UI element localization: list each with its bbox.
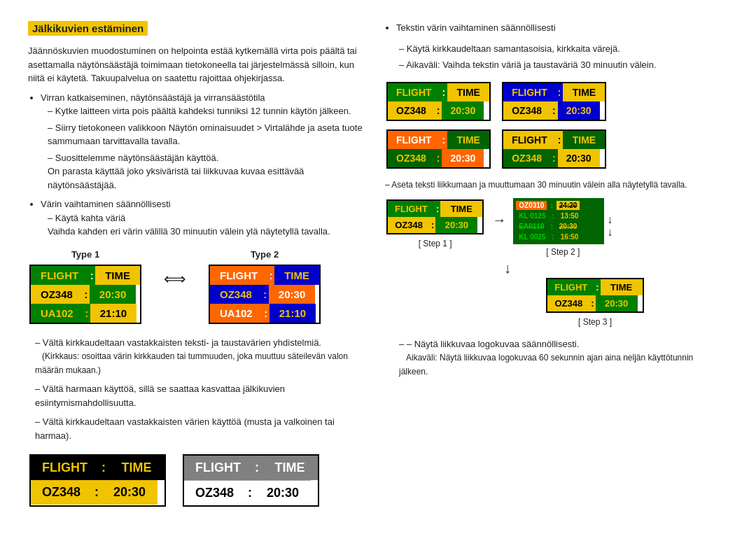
- type1-header-row: FLIGHT : TIME: [31, 266, 140, 285]
- r-b3-tv: 20:30: [442, 149, 484, 167]
- s2-r2-c: :: [550, 211, 555, 220]
- type2-board: FLIGHT : TIME OZ348 : 20:30 UA102 : 21:1…: [209, 265, 321, 324]
- r-b4-time: TIME: [563, 131, 605, 149]
- s2-r2-f: KL 0125: [516, 211, 548, 220]
- r-b1-colon: :: [440, 83, 448, 101]
- bg-row1-colon: :: [245, 480, 255, 505]
- bg-time-val: 20:30: [255, 480, 311, 505]
- s2-r4-f: KL 0025: [516, 232, 548, 241]
- step3-label: [ Step 3 ]: [578, 317, 612, 327]
- type2-label: Type 2: [251, 249, 279, 260]
- type1-board: FLIGHT : TIME OZ348 : 20:30 UA102 : 21:1…: [29, 265, 141, 324]
- list-item-color: Värin vaihtaminen säännöllisesti Käytä k…: [41, 197, 364, 239]
- bottom-boards: FLIGHT : TIME OZ348 : 20:30 FLIGHT : TIM…: [28, 453, 364, 508]
- r-b3-c2: :: [435, 149, 442, 167]
- avoid-list2: Vältä harmaan käyttöä, sillä se saattaa …: [35, 382, 364, 409]
- avoid1: Vältä kirkkaudeltaan vastakkaisten tekst…: [35, 336, 364, 377]
- sub1b: Siirry tietokoneen valikkoon Näytön omin…: [48, 121, 364, 148]
- avoid3: Vältä kirkkaudeltaan vastakkaisten värie…: [35, 415, 364, 442]
- step1-col: FLIGHT : TIME OZ348 : 20:30 [ Step 1 ]: [385, 198, 485, 248]
- t2-row2-colon: :: [262, 304, 270, 323]
- sub1a: Kytke laitteen virta pois päältä kahdeks…: [48, 104, 364, 118]
- bg-colon: :: [252, 456, 262, 480]
- list-item-power: Virran katkaiseminen, näytönsäästäjä ja …: [41, 91, 364, 192]
- s2-r2-t: 13:50: [558, 211, 582, 220]
- sub1c: Suosittelemme näytönsäästäjän käyttöä. O…: [48, 151, 364, 192]
- double-arrows: ↓ ↓: [607, 213, 612, 239]
- s2-r4-t: 16:50: [558, 232, 582, 241]
- bb-oz348: OZ348: [31, 480, 92, 505]
- r-b1-tv: 20:30: [442, 101, 484, 120]
- color-col2: FLIGHT : TIME OZ348 : 20:30 FLIGHT :: [500, 80, 608, 170]
- left-column: Jälkikuvien estäminen Jäännöskuvien muod…: [28, 21, 364, 508]
- s1-colon: :: [435, 201, 440, 217]
- type2-row1: OZ348 : 20:30: [210, 285, 319, 304]
- s2-r1-f: OZ0310: [516, 201, 547, 210]
- s1-time: TIME: [440, 201, 482, 217]
- step2-board: OZ0310 : 24:20 KL 0125 : 13:50 EA0110 :: [513, 198, 604, 244]
- types-section: Type 1 FLIGHT : TIME OZ348 : 20:30 UA102: [28, 249, 364, 325]
- s2-r1-t: 24:20: [556, 201, 580, 210]
- r-b1-oz: OZ348: [388, 101, 435, 120]
- board-yellow-green: FLIGHT : TIME OZ348 : 20:30: [502, 129, 606, 169]
- t2-row1-colon: :: [262, 285, 269, 304]
- r-b4-c2: :: [550, 149, 558, 167]
- r-b2-flight: FLIGHT: [503, 83, 556, 101]
- right-bullet1: Tekstin värin vaihtaminen säännöllisesti: [396, 21, 721, 35]
- bb-colon: :: [99, 456, 108, 480]
- arrow-right: →: [489, 212, 510, 228]
- right-sub-list: Käytä kirkkaudeltaan samantasoisia, kirk…: [399, 42, 721, 72]
- steps-section: FLIGHT : TIME OZ348 : 20:30 [ Step 1 ] →: [385, 198, 721, 257]
- step3-col: FLIGHT : TIME OZ348 : 20:30 [ Step 3 ]: [469, 276, 721, 327]
- t1-row1-colon: :: [83, 285, 90, 304]
- r-b3-flight: FLIGHT: [388, 131, 440, 149]
- avoid-list: Vältä kirkkaudeltaan vastakkaisten tekst…: [35, 336, 364, 377]
- s2-r3-f: EA0110: [516, 222, 547, 231]
- color-grid: FLIGHT : TIME OZ348 : 20:30 FLIGHT :: [385, 80, 721, 170]
- r-b1-flight: FLIGHT: [388, 83, 440, 101]
- board-blue-yellow: FLIGHT : TIME OZ348 : 20:30: [502, 82, 606, 121]
- t2-colon-header: :: [267, 266, 274, 285]
- r-b2-c2: :: [550, 101, 558, 120]
- type1-row1: OZ348 : 20:30: [31, 285, 140, 304]
- t2-flight-header: FLIGHT: [210, 266, 267, 285]
- r-sub1b: Aikaväli: Vaihda tekstin väriä ja tausta…: [399, 58, 721, 72]
- t1-row2-colon: :: [83, 304, 90, 323]
- t1-flight-header: FLIGHT: [31, 266, 88, 285]
- page-layout: Jälkikuvien estäminen Jäännöskuvien muod…: [28, 21, 728, 508]
- type2-row2: UA102 : 21:10: [210, 304, 319, 323]
- bullet1-text: Virran katkaiseminen, näytönsäästäjä ja …: [41, 92, 265, 103]
- s2-r4-c: :: [550, 232, 555, 241]
- board-green-yellow: FLIGHT : TIME OZ348 : 20:30: [386, 82, 491, 121]
- step2-col: OZ0310 : 24:20 KL 0125 : 13:50 EA0110 :: [513, 198, 612, 257]
- r-b1-c2: :: [435, 101, 442, 120]
- step-arrow-down: ↓: [504, 260, 721, 276]
- r-b4-colon: :: [556, 131, 564, 149]
- page-title: Jälkikuvien estäminen: [28, 21, 148, 36]
- bad-board-black: FLIGHT : TIME OZ348 : 20:30: [29, 454, 166, 507]
- t1-ua102: UA102: [31, 304, 83, 323]
- arrow-between: ⟺: [157, 270, 193, 288]
- arrow-down2: ↓: [607, 226, 612, 239]
- t2-ua102: UA102: [210, 304, 262, 323]
- s2-r3-t: 20:30: [556, 222, 580, 231]
- s1-tv: 20:30: [435, 217, 477, 233]
- t1-time-val: 20:30: [90, 285, 136, 304]
- r-sub1a: Käytä kirkkaudeltaan samantasoisia, kirk…: [399, 42, 721, 56]
- r-b3-colon: :: [440, 131, 448, 149]
- sub-list-2: Käytä kahta väriä Vaihda kahden eri väri…: [48, 211, 364, 239]
- s3-oz: OZ348: [547, 295, 589, 311]
- t1-oz348: OZ348: [31, 285, 83, 304]
- s3-time: TIME: [601, 279, 643, 295]
- r-b4-flight: FLIGHT: [503, 131, 556, 149]
- type1-label: Type 1: [71, 249, 99, 260]
- avoid2: Vältä harmaan käyttöä, sillä se saattaa …: [35, 382, 364, 409]
- step2-board-area: OZ0310 : 24:20 KL 0125 : 13:50 EA0110 :: [513, 198, 612, 244]
- bb-time-val: 20:30: [102, 480, 158, 505]
- logo-note: – Näytä liikkuvaa logokuvaa säännöllises…: [399, 337, 721, 379]
- t2-time-header: TIME: [274, 266, 319, 285]
- r-b2-colon: :: [556, 83, 564, 101]
- bb-flight: FLIGHT: [31, 456, 99, 480]
- s1-flight: FLIGHT: [388, 201, 435, 217]
- step1-board: FLIGHT : TIME OZ348 : 20:30: [386, 199, 484, 234]
